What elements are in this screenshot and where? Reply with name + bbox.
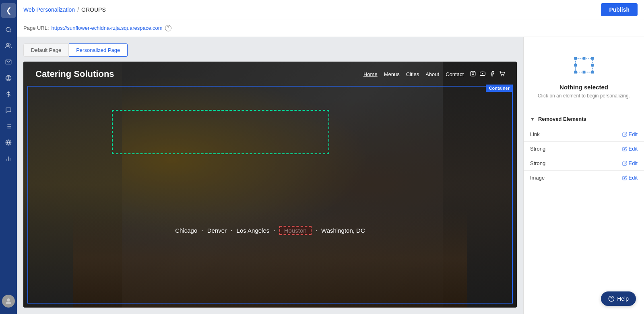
removed-item-label-strong2: Strong <box>530 160 545 166</box>
svg-point-23 <box>501 75 502 76</box>
sidebar-icon-target[interactable] <box>1 71 16 85</box>
svg-point-18 <box>7 298 10 301</box>
cart-icon[interactable] <box>499 71 505 78</box>
nav-link-menus[interactable]: Menus <box>384 71 400 77</box>
sidebar-icon-chevron[interactable]: ❮ <box>1 3 16 18</box>
removed-elements-label: Removed Elements <box>538 116 586 122</box>
sidebar-icon-email[interactable] <box>1 55 16 69</box>
removed-elements-section: ▼ Removed Elements Link Edit Strong Edit <box>524 111 644 314</box>
removed-item-edit-strong2[interactable]: Edit <box>622 160 638 166</box>
website-preview[interactable]: Catering Solutions Home Menus Cities Abo… <box>23 62 517 308</box>
svg-point-20 <box>472 72 474 74</box>
city-chicago: Chicago <box>175 227 197 234</box>
removed-item-link: Link Edit <box>524 127 644 141</box>
sidebar-icon-users[interactable] <box>1 39 16 53</box>
cities-row: Chicago · Denver · Los Angeles · Houston… <box>23 226 517 235</box>
svg-rect-30 <box>591 64 594 67</box>
nav-link-cities[interactable]: Cities <box>406 71 419 77</box>
nav-link-contact[interactable]: Contact <box>446 71 464 77</box>
svg-point-5 <box>8 78 9 79</box>
url-info-icon[interactable]: ? <box>165 25 171 31</box>
city-removed: Houston <box>279 226 312 235</box>
removed-item-edit-image[interactable]: Edit <box>622 175 638 181</box>
removed-item-edit-strong1[interactable]: Edit <box>622 146 638 152</box>
removed-item-image: Image Edit <box>524 170 644 185</box>
sidebar-icon-globe[interactable] <box>1 135 16 150</box>
topbar: Web Personalization / GROUPS Publish <box>17 0 644 19</box>
sidebar-icon-chart[interactable] <box>1 151 16 166</box>
removed-item-strong-1: Strong Edit <box>524 141 644 156</box>
url-bar: Page URL: https://sunflower-echidna-rzja… <box>17 19 644 37</box>
svg-point-4 <box>7 76 10 80</box>
svg-line-1 <box>10 31 11 32</box>
city-denver: Denver <box>207 227 227 234</box>
svg-point-0 <box>6 27 10 32</box>
removed-item-label-strong1: Strong <box>530 146 545 152</box>
preview-nav: Catering Solutions Home Menus Cities Abo… <box>23 62 517 79</box>
svg-rect-32 <box>582 71 585 74</box>
city-washington: Washington, DC <box>321 227 365 234</box>
nav-link-about[interactable]: About <box>425 71 439 77</box>
svg-point-2 <box>6 43 8 45</box>
nav-icons <box>470 71 505 78</box>
sidebar-icon-dollar[interactable] <box>1 87 16 101</box>
url-label: Page URL: <box>23 25 49 31</box>
breadcrumb-link[interactable]: Web Personalization <box>23 6 75 13</box>
city-sep1: · <box>201 227 203 234</box>
instagram-icon[interactable] <box>470 71 476 78</box>
svg-marker-22 <box>482 73 483 74</box>
tab-personalized[interactable]: Personalized Page <box>69 43 128 57</box>
help-label: Help <box>617 295 629 302</box>
removed-elements-chevron: ▼ <box>530 116 535 122</box>
user-avatar[interactable] <box>2 295 15 308</box>
city-sep4: · <box>316 227 317 234</box>
removed-item-strong-2: Strong Edit <box>524 156 644 170</box>
nothing-selected-panel: Nothing selected Click on an element to … <box>524 37 644 111</box>
removed-elements-header[interactable]: ▼ Removed Elements <box>524 111 644 127</box>
svg-rect-27 <box>582 57 585 60</box>
breadcrumb-current: GROUPS <box>81 6 106 13</box>
svg-rect-33 <box>591 71 594 74</box>
svg-rect-29 <box>574 64 577 67</box>
breadcrumb-separator: / <box>77 6 79 13</box>
main-content: Web Personalization / GROUPS Publish Pag… <box>17 0 644 314</box>
facebook-icon[interactable] <box>489 71 495 78</box>
city-losangeles: Los Angeles <box>237 227 270 234</box>
container-label: Container <box>486 85 513 92</box>
svg-rect-28 <box>591 57 594 60</box>
tab-default[interactable]: Default Page <box>23 43 69 57</box>
svg-rect-26 <box>574 57 577 60</box>
site-logo: Catering Solutions <box>35 69 114 79</box>
youtube-icon[interactable] <box>480 71 485 78</box>
publish-button[interactable]: Publish <box>601 3 638 16</box>
content-area: Default Page Personalized Page <box>17 37 644 314</box>
nav-links: Home Menus Cities About Contact <box>363 71 505 78</box>
removed-item-edit-link[interactable]: Edit <box>622 131 638 137</box>
right-panel: Nothing selected Click on an element to … <box>523 37 644 314</box>
page-url: https://sunflower-echidna-rzja.squarespa… <box>52 25 163 31</box>
tabs-row: Default Page Personalized Page <box>23 43 517 57</box>
sidebar-icon-search[interactable] <box>1 23 16 37</box>
svg-rect-31 <box>574 71 577 74</box>
svg-rect-19 <box>471 71 475 76</box>
selection-graphic <box>570 53 598 77</box>
nothing-selected-subtitle: Click on an element to begin personalizi… <box>538 93 630 99</box>
nothing-selected-title: Nothing selected <box>559 84 608 91</box>
sidebar-icon-list[interactable] <box>1 119 16 134</box>
svg-rect-25 <box>575 58 592 72</box>
sidebar: ❮ <box>0 0 17 314</box>
breadcrumb: Web Personalization / GROUPS <box>23 6 106 13</box>
city-sep2: · <box>231 227 232 234</box>
sidebar-icon-chat[interactable] <box>1 103 16 118</box>
city-sep3: · <box>273 227 275 234</box>
svg-point-21 <box>474 72 475 72</box>
help-button[interactable]: Help <box>601 291 636 306</box>
removed-item-label-image: Image <box>530 175 545 181</box>
removed-item-label-link: Link <box>530 131 540 137</box>
nav-link-home[interactable]: Home <box>363 71 378 77</box>
preview-pane: Default Page Personalized Page <box>17 37 523 314</box>
svg-point-24 <box>504 75 504 76</box>
